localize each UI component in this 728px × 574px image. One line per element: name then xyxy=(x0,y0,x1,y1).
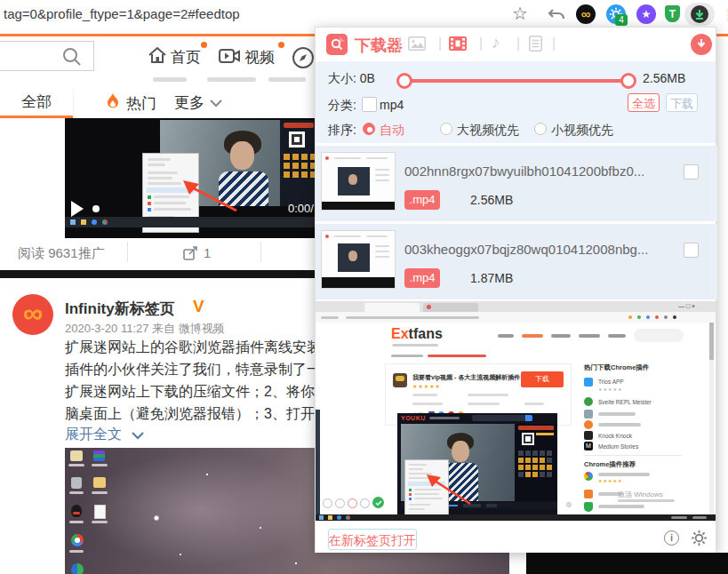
item-size: 1.87MB xyxy=(470,271,513,285)
pv-hot-stars: ★★★★★ xyxy=(598,387,622,392)
desktop-icon-folder2 xyxy=(93,477,106,488)
pv-hot-icon-4 xyxy=(584,420,593,429)
pv-urlbar xyxy=(316,312,716,323)
downloader-extension-icon xyxy=(691,5,708,23)
search-input[interactable] xyxy=(0,41,94,71)
video-notification-dot xyxy=(278,42,284,48)
post-timestamp[interactable]: 2020-3-20 11:27 来自 微博视频 xyxy=(65,321,225,337)
bookmark-star-icon[interactable]: ☆ xyxy=(512,3,528,24)
item-checkbox[interactable] xyxy=(684,243,699,258)
discover-compass-icon[interactable] xyxy=(292,46,315,69)
sort-small-label[interactable]: 小视频优先 xyxy=(551,123,613,139)
pv-rec-stars: ★★★★★ xyxy=(598,478,622,483)
faint-meta-text xyxy=(153,77,187,82)
download-selected-button[interactable]: 下载 xyxy=(666,93,698,112)
tampermonkey-extension-icon[interactable]: T xyxy=(665,5,680,22)
category-mp4-checkbox[interactable] xyxy=(362,97,377,112)
select-all-button[interactable]: 全选 xyxy=(628,93,660,112)
pv-rec-icon-1 xyxy=(584,472,593,481)
share-count[interactable]: 1 xyxy=(204,245,211,260)
downloader-extension-active[interactable] xyxy=(684,3,715,26)
pv-hot-item-6: Medium Stories xyxy=(598,443,638,450)
nav-home[interactable]: 首页 xyxy=(148,44,210,68)
star-extension-icon[interactable]: ★ xyxy=(636,4,656,24)
sort-auto-label[interactable]: 自动 xyxy=(380,123,404,139)
preview-pane[interactable]: — □ × Extfans xyxy=(316,301,716,521)
pv-overlay-time: ▌▌ 0:16/0: xyxy=(330,472,390,486)
pv-taskbar xyxy=(316,514,716,521)
tab-all[interactable]: 全部 xyxy=(0,89,74,118)
download-item[interactable]: 002hnn8rgx07bwyuilbh01041200bfbz0... .mp… xyxy=(316,146,717,221)
category-option-label: mp4 xyxy=(380,98,404,112)
post-text-line: 扩展迷网站上下载的压缩文件；2、将你所需要 xyxy=(65,383,357,402)
shield-letter: T xyxy=(669,8,676,20)
pv-hot-title: 热门下载Chrome插件 xyxy=(584,363,649,372)
chevron-down-icon xyxy=(210,100,222,108)
post-avatar[interactable]: ∞ xyxy=(12,294,53,335)
desktop-icon-chrome xyxy=(71,534,84,546)
size-slider-handle-max[interactable] xyxy=(620,73,636,89)
download-item[interactable]: 003kheoggx07bqjz80wq010412008nbg... .mp4… xyxy=(316,224,717,299)
player-time: 0:00/ xyxy=(288,202,314,215)
item-checkbox[interactable] xyxy=(684,164,699,179)
infinity-glyph: ∞ xyxy=(581,6,591,21)
sort-auto-radio[interactable] xyxy=(363,123,375,135)
pv-qr-code xyxy=(522,433,534,445)
avatar-infinity-glyph: ∞ xyxy=(23,298,43,329)
settings-gear-icon[interactable] xyxy=(691,530,708,546)
downloader-logo-icon xyxy=(326,34,348,55)
pv-product-stars: ★★★★★ xyxy=(412,383,441,389)
sort-large-label[interactable]: 大视频优先 xyxy=(457,123,519,139)
item-thumbnail xyxy=(321,152,396,211)
reads-count: 阅读 9631 xyxy=(18,245,78,262)
nav-video[interactable]: 视频 xyxy=(219,44,288,68)
back-curve-icon[interactable] xyxy=(548,7,565,25)
pv-extfans-logo: Extfans xyxy=(391,326,443,342)
gear-extension-icon[interactable]: 4 xyxy=(606,4,626,24)
pv-hot-item-5: Knock Knock xyxy=(598,433,632,439)
background-video-region xyxy=(526,553,728,574)
expand-full-text-link[interactable]: 展开全文 xyxy=(65,426,122,444)
open-new-tab-button[interactable]: 在新标签页打开 xyxy=(328,529,417,550)
share-icon[interactable] xyxy=(182,245,198,261)
info-icon[interactable]: i xyxy=(664,530,679,546)
promo-label[interactable]: 推广 xyxy=(78,245,105,262)
video-player[interactable]: 0:00/ xyxy=(65,118,320,238)
post-text-line: 插件的小伙伴关注了我们，特意录制了一个完 xyxy=(65,361,349,379)
tab-more[interactable]: 更多 xyxy=(174,91,231,116)
image-filter-icon[interactable] xyxy=(408,36,426,51)
item-ext-badge: .mp4 xyxy=(404,268,440,288)
pv-hot-icon-3 xyxy=(584,410,593,419)
address-bar-url[interactable]: tag=0&profile_ftype=1&page=2#feedtop xyxy=(4,6,240,21)
tab-more-label: 更多 xyxy=(174,94,204,111)
pv-product-title: 我要看vip视频 - 各大主流视频解析插件 xyxy=(412,373,520,382)
progress-dot[interactable] xyxy=(92,205,100,212)
download-all-button[interactable] xyxy=(691,34,712,55)
video-filter-icon[interactable] xyxy=(449,36,467,51)
doc-filter-icon[interactable] xyxy=(529,36,542,52)
size-slider-handle-min[interactable] xyxy=(396,73,412,89)
audio-filter-icon[interactable]: ♪ xyxy=(492,33,500,52)
post-author[interactable]: Infinity新标签页 xyxy=(65,299,175,319)
pv-window-controls: — □ × xyxy=(678,303,695,309)
pv-hot-icon-2 xyxy=(584,397,593,406)
pv-left-edge xyxy=(316,410,320,514)
annotation-arrow xyxy=(178,177,242,214)
desktop-icon-qq xyxy=(71,505,82,517)
browser-menu-icon[interactable]: ⋮ xyxy=(722,5,728,24)
recorded-taskbar xyxy=(65,217,320,227)
nav-home-label: 首页 xyxy=(171,47,201,68)
separator: | xyxy=(479,36,483,52)
separator: | xyxy=(552,36,556,52)
sort-large-radio[interactable] xyxy=(440,123,452,135)
item-filename[interactable]: 003kheoggx07bqjz80wq010412008nbg... xyxy=(404,242,648,257)
item-filename[interactable]: 002hnn8rgx07bwyuilbh01041200bfbz0... xyxy=(404,163,644,179)
size-slider-track[interactable] xyxy=(403,79,632,83)
search-icon xyxy=(61,46,83,68)
expand-chevron-icon[interactable] xyxy=(132,432,144,440)
pv-activate-watermark: 激活 Windows xyxy=(618,490,663,499)
tab-hot[interactable]: 热门 xyxy=(105,91,167,116)
sort-small-radio[interactable] xyxy=(534,123,547,135)
play-button[interactable] xyxy=(71,201,84,217)
infinity-extension-icon[interactable]: ∞ xyxy=(576,4,596,24)
